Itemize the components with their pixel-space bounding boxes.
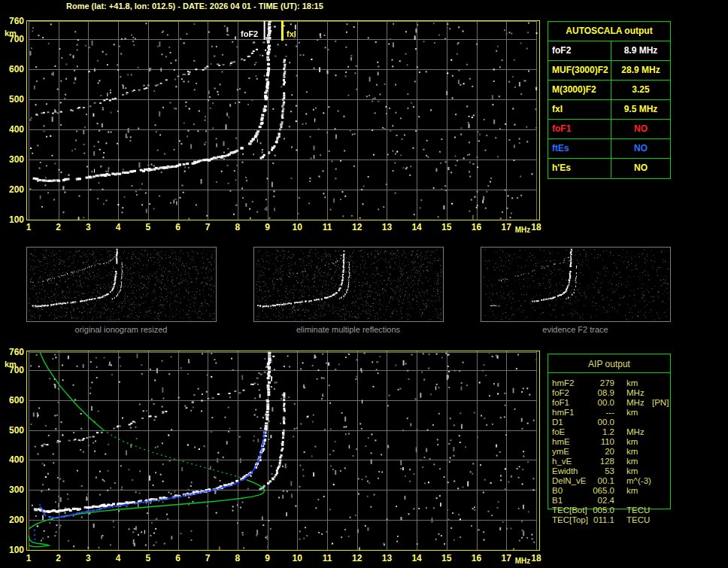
aip-row-value: 53 bbox=[575, 466, 614, 476]
aip-row-value: 128 bbox=[575, 457, 614, 466]
x-axis-unit-label: MHz bbox=[515, 226, 531, 234]
thumbnail-caption-evidence: evidence F2 trace bbox=[542, 325, 608, 334]
y-tick-label: 600 bbox=[1, 395, 24, 405]
autoscala-row: fxI9.5 MHz bbox=[548, 100, 670, 120]
aip-row-unit: km bbox=[626, 457, 638, 466]
y-tick-label: 100 bbox=[1, 214, 24, 225]
aip-row-unit: km bbox=[626, 466, 638, 476]
aip-row-value: 011.1 bbox=[575, 515, 614, 525]
aip-row: h_vE128km bbox=[548, 457, 670, 466]
x-tick-label: 6 bbox=[175, 222, 180, 232]
y-tick-label: 400 bbox=[1, 124, 24, 135]
autoscala-row: ftEsNO bbox=[548, 139, 670, 159]
aip-row-label: foF1 bbox=[552, 398, 569, 408]
bottom-profile-plot bbox=[26, 351, 540, 551]
aip-row-unit: km bbox=[626, 447, 638, 457]
x-tick-label: 13 bbox=[382, 553, 392, 563]
x-tick-label: 6 bbox=[175, 553, 180, 563]
thumbnail-eliminate-reflections bbox=[253, 247, 444, 322]
x-tick-label: 2 bbox=[56, 553, 61, 563]
autoscala-row-value: 28.9 MHz bbox=[611, 61, 670, 80]
x-tick-label: 18 bbox=[531, 553, 541, 563]
autoscala-row-value: 9.5 MHz bbox=[611, 100, 670, 119]
x-tick-label: 4 bbox=[116, 222, 121, 232]
aip-row-value: 02.4 bbox=[575, 496, 614, 506]
aip-row: B102.4 bbox=[548, 496, 670, 506]
aip-row-value: 110 bbox=[575, 437, 614, 447]
autoscala-row-value: 3.25 bbox=[611, 80, 670, 99]
aip-row-unit: TECU bbox=[626, 515, 650, 525]
x-tick-label: 10 bbox=[293, 553, 302, 563]
aip-row-label: B0 bbox=[552, 486, 563, 496]
aip-row: TEC[Top]011.1TECU bbox=[548, 515, 670, 525]
aip-row-value: 00.0 bbox=[575, 418, 614, 427]
y-tick-label: 760 bbox=[1, 16, 24, 26]
autoscala-output-panel: AUTOSCALA output foF28.9 MHzMUF(3000)F22… bbox=[548, 21, 671, 179]
y-tick-label: 760 bbox=[1, 347, 24, 357]
y-tick-label: 200 bbox=[1, 515, 24, 525]
autoscala-row-label: fxI bbox=[548, 100, 611, 119]
aip-row-unit: m^(-3) bbox=[626, 476, 651, 486]
aip-row-unit: km bbox=[626, 486, 638, 496]
aip-row: B0065.0km bbox=[548, 486, 670, 496]
x-tick-label: 14 bbox=[411, 222, 421, 232]
aip-row-unit: km bbox=[626, 408, 638, 418]
aip-row: hmF1---km bbox=[548, 408, 670, 418]
aip-row-value: 1.2 bbox=[575, 427, 614, 437]
x-tick-label: 15 bbox=[441, 553, 451, 563]
y-tick-label: 500 bbox=[1, 94, 24, 105]
top-ionogram-canvas bbox=[26, 20, 540, 220]
autoscala-row: foF28.9 MHz bbox=[548, 41, 670, 61]
autoscala-row-label: h'Es bbox=[548, 159, 611, 178]
aip-header: AIP output bbox=[548, 359, 670, 369]
aip-row: DelN_vE00.1m^(-3) bbox=[548, 476, 670, 486]
y-tick-label: 500 bbox=[1, 425, 24, 436]
aip-row-unit: km bbox=[626, 378, 638, 388]
thumbnail-original-canvas bbox=[27, 248, 216, 321]
autoscala-row-value: NO bbox=[611, 159, 670, 178]
x-tick-label: 16 bbox=[472, 222, 481, 232]
aip-row-unit: MHz bbox=[626, 388, 645, 398]
thumbnail-eliminate-canvas bbox=[254, 248, 443, 321]
fxi-marker-label: fxI bbox=[287, 29, 296, 38]
aip-header-divider bbox=[548, 372, 670, 373]
autoscala-row-value: NO bbox=[611, 120, 670, 138]
autoscala-row-label: foF1 bbox=[548, 120, 611, 138]
x-tick-label: 13 bbox=[382, 222, 392, 232]
aip-row-value: 279 bbox=[575, 378, 614, 388]
autoscala-row: MUF(3000)F228.9 MHz bbox=[548, 61, 670, 80]
x-tick-label: 3 bbox=[86, 553, 91, 563]
aip-output-panel: AIP output hmF2279kmfoF208.9MHzfoF100.0M… bbox=[548, 354, 671, 509]
aip-row-label: h_vE bbox=[552, 457, 572, 466]
x-tick-label: 5 bbox=[145, 222, 150, 232]
autoscala-row-label: M(3000)F2 bbox=[548, 80, 611, 99]
aip-row-label: Ewidth bbox=[552, 466, 578, 476]
page-title: Rome (lat: +41.8, lon: 012.5) - DATE: 20… bbox=[66, 2, 323, 11]
x-tick-label: 14 bbox=[411, 553, 421, 563]
bottom-profile-canvas bbox=[26, 351, 540, 551]
autoscala-row: h'EsNO bbox=[548, 159, 670, 178]
aip-row-label: D1 bbox=[552, 418, 563, 427]
aip-row: Ewidth53km bbox=[548, 466, 670, 476]
x-tick-label: 9 bbox=[265, 222, 270, 232]
x-tick-label: 2 bbox=[56, 222, 61, 232]
x-tick-label: 1 bbox=[26, 553, 32, 563]
x-tick-label: 12 bbox=[352, 553, 362, 563]
x-tick-label: 15 bbox=[441, 222, 451, 232]
y-tick-label: 200 bbox=[1, 184, 24, 195]
autoscala-row-label: foF2 bbox=[548, 41, 611, 60]
autoscala-row: foF1NO bbox=[548, 120, 670, 139]
aip-row-value: 065.0 bbox=[575, 486, 614, 496]
x-tick-label: 4 bbox=[116, 553, 121, 563]
x-tick-label: 8 bbox=[235, 222, 241, 232]
x-tick-label: 10 bbox=[293, 222, 302, 232]
aip-row-label: foE bbox=[552, 427, 565, 437]
aip-row-unit: km bbox=[626, 437, 638, 447]
x-tick-label: 18 bbox=[531, 222, 541, 232]
x-tick-label: 8 bbox=[235, 553, 241, 563]
autoscala-app-window: Rome (lat: +41.8, lon: 012.5) - DATE: 20… bbox=[0, 0, 728, 568]
thumbnail-original-ionogram bbox=[26, 247, 217, 322]
thumbnail-evidence-f2 bbox=[481, 247, 671, 322]
aip-row: hmE110km bbox=[548, 437, 670, 447]
aip-row: D100.0 bbox=[548, 418, 670, 427]
